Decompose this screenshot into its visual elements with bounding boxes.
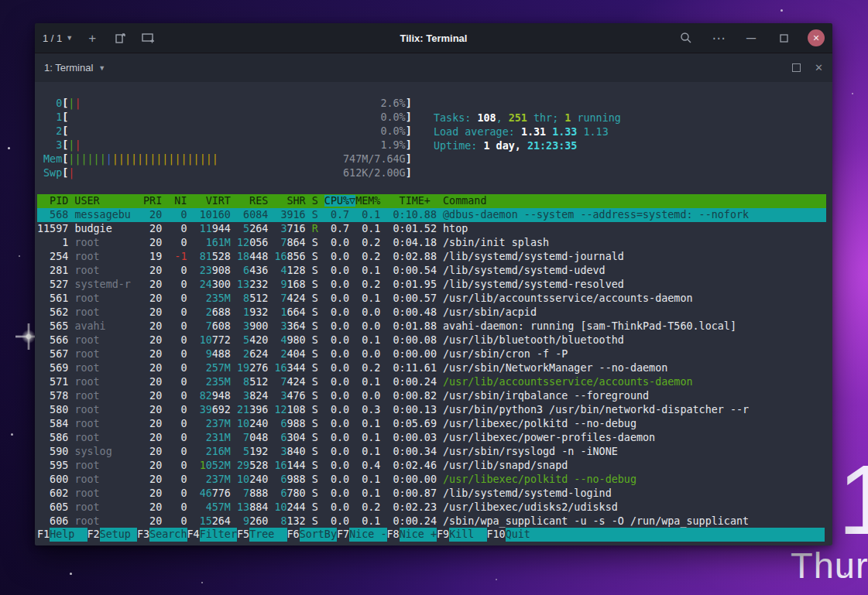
tab-maximize-icon[interactable] bbox=[792, 63, 801, 72]
sparkle bbox=[496, 579, 497, 580]
htop-meter-swp: Swp[| 612K/2.00G] bbox=[37, 166, 826, 180]
window-titlebar: 1 / 1 ▼ + Tilix: Terminal ⋯ ─ ✕ bbox=[35, 23, 832, 53]
process-row[interactable]: 281 root 20 0 23908 6436 4128 S 0.0 0.1 … bbox=[37, 264, 826, 278]
fkey-bar-filler bbox=[543, 528, 825, 542]
htop-meter-mem: Mem[|||||||||||||||||||||||| 747M/7.64G] bbox=[37, 152, 826, 166]
search-icon[interactable] bbox=[678, 29, 695, 46]
sparkle bbox=[852, 93, 853, 94]
htop-meter-0: 0[|| 2.6%] bbox=[37, 97, 826, 111]
terminal-screen[interactable]: 0[|| 2.6%] 1[ 0.0%] 2[ 0.0%] 3[|| bbox=[35, 82, 832, 545]
fkey-f3[interactable]: F3 bbox=[137, 528, 149, 542]
htop-meter-1: 1[ 0.0%] bbox=[37, 111, 826, 125]
sparkle bbox=[8, 147, 10, 149]
sparkle bbox=[201, 582, 203, 583]
blank-line bbox=[37, 180, 826, 194]
process-row[interactable]: 1 root 20 0 161M 12056 7864 S 0.0 0.2 0:… bbox=[37, 236, 826, 250]
process-row[interactable]: 11597 budgie 20 0 11944 5264 3716 R 0.7 … bbox=[37, 222, 826, 236]
maximize-button[interactable] bbox=[775, 29, 792, 46]
session-indicator-label: 1 / 1 bbox=[43, 32, 62, 44]
htop-meter-2: 2[ 0.0%] bbox=[37, 125, 826, 138]
fkey-f10[interactable]: F10 bbox=[487, 528, 506, 542]
htop-meters-block: 0[|| 2.6%] 1[ 0.0%] 2[ 0.0%] 3[|| bbox=[37, 97, 826, 194]
fkey-label-nice--[interactable]: Nice - bbox=[349, 528, 386, 542]
fkey-f6[interactable]: F6 bbox=[287, 528, 300, 542]
sparkle bbox=[19, 255, 20, 257]
desktop-day-text: Thursday bbox=[791, 544, 868, 586]
minimize-button[interactable]: ─ bbox=[743, 29, 760, 46]
process-row[interactable]: 565 avahi 20 0 7608 3900 3364 S 0.0 0.0 … bbox=[37, 320, 826, 333]
session-indicator-dropdown[interactable]: 1 / 1 ▼ bbox=[43, 32, 73, 44]
htop-table-header[interactable]: PID USER PRI NI VIRT RES SHR S CPU%▽MEM%… bbox=[37, 194, 826, 208]
fkey-label-nice-+[interactable]: Nice + bbox=[400, 528, 437, 542]
desktop-clock-digit: 1 bbox=[838, 450, 868, 549]
sparkle bbox=[70, 573, 72, 575]
htop-summary-line: Tasks: 108, 251 thr; 1 running bbox=[434, 111, 621, 125]
fkey-label-tree[interactable]: Tree bbox=[249, 528, 286, 542]
fkey-label-setup[interactable]: Setup bbox=[100, 528, 137, 542]
fkey-label-sortby[interactable]: SortBy bbox=[300, 528, 337, 542]
menu-ellipsis-button[interactable]: ⋯ bbox=[710, 29, 727, 46]
new-session-icon[interactable] bbox=[139, 29, 156, 46]
sparkle bbox=[11, 433, 13, 436]
tab-chevron-down-icon[interactable]: ▼ bbox=[98, 64, 105, 72]
process-row[interactable]: 595 root 20 0 1052M 29528 16144 S 0.0 0.… bbox=[37, 459, 826, 473]
process-row[interactable]: 254 root 19 -1 81528 18448 16856 S 0.0 0… bbox=[37, 250, 826, 264]
close-button[interactable]: ✕ bbox=[808, 29, 825, 46]
terminal-tabbar: 1: Terminal ▼ ✕ bbox=[35, 53, 832, 82]
process-row[interactable]: 562 root 20 0 2688 1932 1664 S 0.0 0.0 0… bbox=[37, 306, 826, 320]
fkey-label-search[interactable]: Search bbox=[149, 528, 187, 542]
process-row[interactable]: 602 root 20 0 46776 7888 6780 S 0.0 0.1 … bbox=[37, 487, 826, 501]
process-row[interactable]: 600 root 20 0 237M 10240 6988 S 0.0 0.1 … bbox=[37, 473, 826, 487]
process-row[interactable]: 584 root 20 0 237M 10240 6988 S 0.0 0.1 … bbox=[37, 417, 826, 431]
process-row[interactable]: 561 root 20 0 235M 8512 7424 S 0.0 0.1 0… bbox=[37, 292, 826, 306]
chevron-down-icon: ▼ bbox=[66, 34, 73, 42]
tab-terminal-label[interactable]: 1: Terminal bbox=[44, 62, 93, 74]
process-row[interactable]: 578 root 20 0 82948 3824 3476 S 0.0 0.0 … bbox=[37, 389, 826, 403]
htop-summary-line: Uptime: 1 day, 21:23:35 bbox=[434, 139, 621, 153]
fkey-label-kill[interactable]: Kill bbox=[449, 528, 486, 542]
process-row[interactable]: 566 root 20 0 10772 5420 4980 S 0.0 0.1 … bbox=[37, 333, 826, 347]
process-row[interactable]: 605 root 20 0 457M 13884 10244 S 0.0 0.2… bbox=[37, 501, 826, 515]
fkey-f9[interactable]: F9 bbox=[437, 528, 449, 542]
process-row[interactable]: 571 root 20 0 235M 8512 7424 S 0.0 0.1 0… bbox=[37, 375, 826, 389]
fkey-f8[interactable]: F8 bbox=[387, 528, 400, 542]
sparkle bbox=[781, 9, 783, 12]
fkey-f5[interactable]: F5 bbox=[237, 528, 249, 542]
process-row[interactable]: 580 root 20 0 39692 21396 12108 S 0.0 0.… bbox=[37, 403, 826, 417]
fkey-label-quit[interactable]: Quit bbox=[506, 528, 543, 542]
fkey-f7[interactable]: F7 bbox=[337, 528, 349, 542]
tab-close-icon[interactable]: ✕ bbox=[815, 62, 823, 74]
process-row[interactable]: 590 syslog 20 0 216M 5192 3840 S 0.0 0.1… bbox=[37, 445, 826, 459]
tilix-window: 1 / 1 ▼ + Tilix: Terminal ⋯ ─ ✕ 1: Term bbox=[35, 23, 832, 545]
process-row[interactable]: 606 root 20 0 15264 9260 8132 S 0.0 0.1 … bbox=[37, 515, 826, 528]
htop-meter-3: 3[|| 1.9%] bbox=[37, 138, 826, 152]
add-terminal-right-button[interactable]: + bbox=[84, 29, 101, 46]
htop-meters: 0[|| 2.6%] 1[ 0.0%] 2[ 0.0%] 3[|| bbox=[37, 97, 826, 180]
fkey-label-filter[interactable]: Filter bbox=[200, 528, 237, 542]
fkey-f4[interactable]: F4 bbox=[187, 528, 200, 542]
process-row-selected[interactable]: 568 messagebu 20 0 10160 6084 3916 S 0.7… bbox=[37, 208, 826, 222]
htop-summary: Tasks: 108, 251 thr; 1 runningLoad avera… bbox=[434, 111, 621, 153]
fkey-f1[interactable]: F1 bbox=[37, 528, 50, 542]
htop-function-key-bar[interactable]: F1Help F2Setup F3SearchF4FilterF5Tree F6… bbox=[37, 528, 825, 542]
process-row[interactable]: 569 root 20 0 257M 19276 16344 S 0.0 0.2… bbox=[37, 361, 826, 375]
process-row[interactable]: 527 systemd-r 20 0 24300 13232 9168 S 0.… bbox=[37, 278, 826, 292]
fkey-label-help[interactable]: Help bbox=[50, 528, 87, 542]
htop-summary-line: Load average: 1.31 1.33 1.13 bbox=[434, 125, 621, 139]
fkey-f2[interactable]: F2 bbox=[87, 528, 100, 542]
process-row[interactable]: 567 root 20 0 9488 2624 2404 S 0.0 0.0 0… bbox=[37, 347, 826, 361]
new-window-icon[interactable] bbox=[112, 29, 129, 46]
htop-process-list[interactable]: 568 messagebu 20 0 10160 6084 3916 S 0.7… bbox=[37, 208, 826, 528]
process-row[interactable]: 586 root 20 0 231M 7048 6304 S 0.0 0.1 0… bbox=[37, 431, 826, 445]
